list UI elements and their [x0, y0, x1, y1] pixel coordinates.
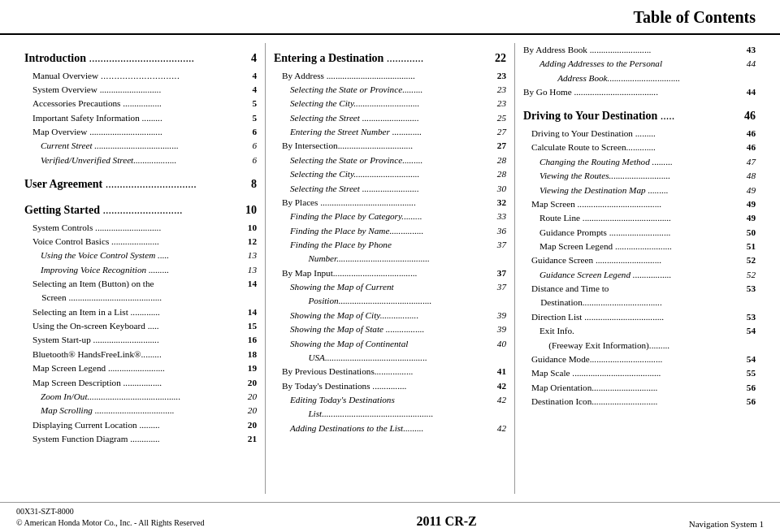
map-current-position: Showing the Map of Current Position.....… — [290, 280, 506, 309]
intro-heading: Introduction ...........................… — [24, 50, 257, 67]
footer: 00X31-SZT-8000 © American Honda Motor Co… — [0, 502, 780, 532]
by-address: By Address .............................… — [282, 69, 506, 83]
improving-voice: Improving Voice Recognition .........13 — [41, 263, 257, 277]
city-1: Selecting the City......................… — [290, 97, 506, 110]
place-by-category: Finding the Place by Category.........33 — [290, 210, 506, 223]
guidance-mode: Guidance Mode...........................… — [531, 353, 756, 366]
map-of-state: Showing the Map of State ...............… — [290, 322, 506, 336]
route-line: Route Line .............................… — [540, 211, 756, 225]
current-street: Current Street .........................… — [41, 139, 257, 153]
state-province-1: Selecting the State or Province.........… — [290, 83, 506, 97]
destination-icon: Destination Icon........................… — [531, 395, 756, 409]
getting-started-heading: Getting Started ........................… — [24, 201, 257, 219]
distance-time: Distance and Time to Destination........… — [531, 282, 756, 310]
adding-destinations: Adding Destinations to the List.........… — [290, 422, 506, 435]
column-3: By Address Book ........................… — [515, 43, 764, 494]
zoom-inout: Zoom In/Out.............................… — [41, 390, 257, 404]
user-agreement-heading: User Agreement .........................… — [24, 175, 257, 193]
selecting-item-button: Selecting an Item (Button) on the Screen… — [32, 277, 257, 305]
street-number: Entering the Street Number .............… — [290, 125, 506, 139]
place-by-phone: Finding the Place by Phone Number.......… — [290, 238, 506, 266]
calc-route-screen: Calculate Route to Screen.............46 — [531, 141, 756, 154]
driving-to-dest: Driving to Your Destination .........46 — [531, 127, 756, 141]
accessories-precautions: Accessories Precautions ................… — [32, 97, 257, 110]
displaying-location: Displaying Current Location .........20 — [32, 418, 257, 432]
map-screen-legend2: Map Screen Legend ......................… — [540, 240, 756, 253]
state-province-2: Selecting the State or Province.........… — [290, 154, 506, 167]
verified-street: Verified/Unverified Street..............… — [41, 154, 257, 167]
city-2: Selecting the City......................… — [290, 167, 506, 181]
guidance-screen-legend: Guidance Screen Legend .................… — [540, 268, 756, 282]
map-of-city: Showing the Map of City.................… — [290, 309, 506, 322]
map-orientation: Map Orientation.........................… — [531, 381, 756, 395]
direction-list: Direction List .........................… — [531, 310, 756, 324]
bluetooth-handsfree: Bluetooth® HandsFreeLink®.........18 — [32, 348, 257, 361]
guidance-prompts: Guidance Prompts .......................… — [540, 226, 756, 240]
driving-destination-heading: Driving to Your Destination .....46 — [523, 107, 756, 125]
footer-page: Navigation System 1 — [689, 519, 764, 529]
using-voice-control: Using the Voice Control System .....13 — [41, 249, 257, 262]
selecting-item-list: Selecting an Item in a List ............… — [32, 305, 257, 319]
system-startup: System Start-up ........................… — [32, 333, 257, 347]
system-controls: System Controls ........................… — [32, 221, 257, 235]
by-previous-dest: By Previous Destinations................… — [282, 365, 506, 378]
map-scale: Map Scale ..............................… — [531, 366, 756, 380]
by-todays-dest: By Today's Destinations ...............4… — [282, 379, 506, 393]
onscreen-keyboard: Using the On-screen Keyboard .....15 — [32, 319, 257, 333]
entering-destination-heading: Entering a Destination .............22 — [274, 50, 506, 67]
by-intersection: By Intersection.........................… — [282, 139, 506, 153]
map-scrolling: Map Scrolling ..........................… — [41, 404, 257, 417]
exit-info: Exit Info. (Freeway Exit Information)...… — [540, 324, 756, 353]
column-2: Entering a Destination .............22 B… — [266, 43, 515, 494]
editing-todays: Editing Today's Destinations List.......… — [290, 393, 506, 422]
system-function: System Function Diagram .............21 — [32, 432, 257, 446]
guidance-screen: Guidance Screen ........................… — [531, 253, 756, 267]
manual-overview: Manual Overview ........................… — [32, 69, 257, 83]
by-map-input: By Map Input............................… — [282, 266, 506, 280]
map-overview: Map Overview ...........................… — [32, 125, 257, 139]
system-overview: System Overview ........................… — [32, 83, 257, 97]
changing-routing: Changing the Routing Method .........47 — [540, 155, 756, 169]
by-places: By Places ..............................… — [282, 196, 506, 210]
important-safety: Important Safety Information .........5 — [32, 111, 257, 125]
viewing-dest-map: Viewing the Destination Map .........49 — [540, 184, 756, 197]
adding-addresses: Adding Addresses to the Personal Address… — [540, 57, 756, 85]
column-1: Introduction ...........................… — [16, 43, 266, 494]
place-by-name: Finding the Place by Name...............… — [290, 224, 506, 238]
map-screen-desc: Map Screen Description .................… — [32, 376, 257, 390]
footer-model: 2011 CR-Z — [204, 514, 688, 529]
voice-control-basics: Voice Control Basics ...................… — [32, 235, 257, 249]
by-address-book: By Address Book ........................… — [523, 43, 756, 57]
map-screen-legend: Map Screen Legend ......................… — [32, 361, 257, 375]
street-1: Selecting the Street ...................… — [290, 111, 506, 125]
street-2: Selecting the Street ...................… — [290, 182, 506, 196]
footer-copyright: 00X31-SZT-8000 © American Honda Motor Co… — [16, 506, 204, 529]
viewing-routes: Viewing the Routes......................… — [540, 169, 756, 183]
by-go-home: By Go Home .............................… — [523, 85, 756, 99]
page-title: Table of Contents — [0, 0, 780, 35]
map-screen: Map Screen .............................… — [531, 197, 756, 211]
map-continental: Showing the Map of Continental USA......… — [290, 337, 506, 365]
